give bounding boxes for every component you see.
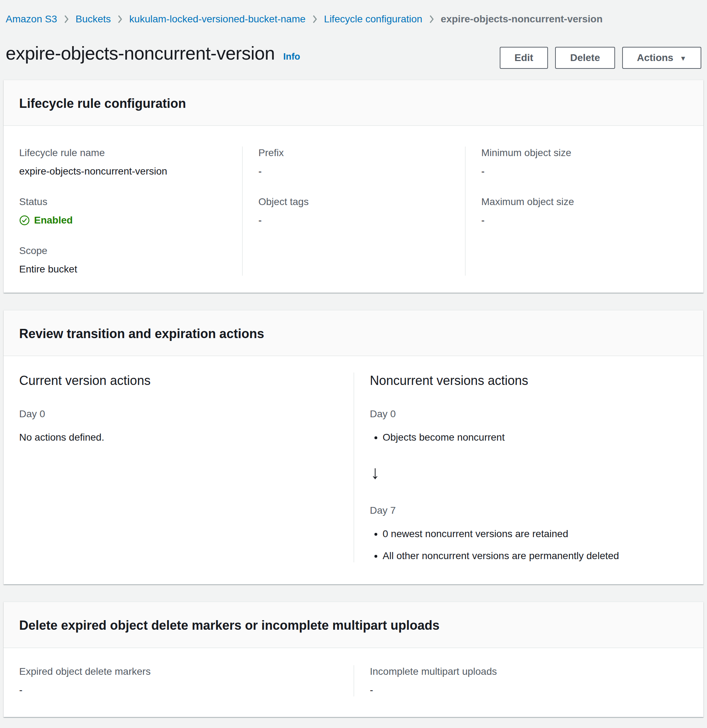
field-object-tags: Object tags -	[258, 195, 449, 227]
card-title: Lifecycle rule configuration	[19, 96, 688, 111]
lifecycle-rule-configuration-card: Lifecycle rule configuration Lifecycle r…	[4, 79, 703, 293]
day-0-actions-list: Objects become noncurrent	[370, 431, 672, 444]
card-title: Review transition and expiration actions	[19, 326, 688, 341]
breadcrumb: Amazon S3 Buckets kukulam-locked-version…	[6, 13, 701, 26]
column-rule-identity: Lifecycle rule name expire-objects-noncu…	[19, 146, 242, 276]
day-7-label: Day 7	[370, 504, 672, 517]
field-label: Expired object delete markers	[19, 665, 338, 678]
list-item: All other noncurrent versions are perman…	[383, 550, 672, 562]
breadcrumb-buckets[interactable]: Buckets	[75, 13, 111, 26]
status-badge: Enabled	[19, 214, 226, 227]
field-label: Prefix	[258, 146, 449, 159]
noncurrent-versions-actions-panel: Noncurrent versions actions Day 0 Object…	[354, 373, 688, 562]
card-body: Current version actions Day 0 No actions…	[4, 356, 703, 584]
expired-delete-markers-panel: Expired object delete markers -	[19, 665, 354, 696]
list-item: Objects become noncurrent	[383, 431, 672, 444]
incomplete-multipart-uploads-panel: Incomplete multipart uploads -	[354, 665, 688, 696]
actions-dropdown-button[interactable]: Actions ▼	[622, 47, 702, 69]
field-label: Lifecycle rule name	[19, 146, 226, 159]
check-circle-icon	[19, 215, 30, 225]
header-actions: Edit Delete Actions ▼	[500, 43, 701, 69]
card-header: Lifecycle rule configuration	[4, 80, 703, 126]
day-7-actions-list: 0 newest noncurrent versions are retaine…	[370, 527, 672, 562]
breadcrumb-current-rule: expire-objects-noncurrent-version	[441, 13, 603, 26]
edit-button[interactable]: Edit	[500, 47, 548, 69]
review-actions-card: Review transition and expiration actions…	[4, 310, 703, 584]
edit-button-label: Edit	[515, 53, 534, 63]
caret-down-icon: ▼	[680, 55, 687, 62]
field-value: Entire bucket	[19, 263, 226, 276]
field-incomplete-multipart-uploads: Incomplete multipart uploads -	[370, 665, 672, 696]
field-rule-name: Lifecycle rule name expire-objects-noncu…	[19, 146, 226, 178]
field-value: -	[370, 684, 672, 696]
title-wrap: expire-objects-noncurrent-version Info	[6, 43, 300, 64]
current-version-actions-panel: Current version actions Day 0 No actions…	[19, 373, 354, 562]
field-prefix: Prefix -	[258, 146, 449, 178]
noncurrent-versions-actions-heading: Noncurrent versions actions	[370, 373, 672, 389]
chevron-right-icon	[312, 14, 318, 24]
column-rule-sizes: Minimum object size - Maximum object siz…	[465, 146, 688, 276]
field-value: -	[19, 684, 338, 696]
card-title: Delete expired object delete markers or …	[19, 618, 688, 633]
field-value: -	[258, 165, 449, 178]
field-label: Incomplete multipart uploads	[370, 665, 672, 678]
field-status: Status Enabled	[19, 195, 226, 227]
chevron-right-icon	[64, 14, 69, 24]
page: Amazon S3 Buckets kukulam-locked-version…	[0, 0, 707, 722]
info-link[interactable]: Info	[283, 51, 300, 62]
field-expired-delete-markers: Expired object delete markers -	[19, 665, 338, 696]
field-label: Minimum object size	[481, 146, 672, 159]
card-body: Lifecycle rule name expire-objects-noncu…	[4, 126, 703, 293]
page-title: expire-objects-noncurrent-version	[6, 43, 275, 64]
card-body: Expired object delete markers - Incomple…	[4, 648, 703, 717]
chevron-right-icon	[117, 14, 123, 24]
field-label: Object tags	[258, 195, 449, 208]
page-header: expire-objects-noncurrent-version Info E…	[6, 43, 701, 69]
arrow-down-icon: ↓	[370, 463, 672, 481]
no-actions-text: No actions defined.	[19, 431, 338, 444]
breadcrumb-amazon-s3[interactable]: Amazon S3	[6, 13, 57, 26]
actions-button-label: Actions	[637, 53, 674, 63]
field-label: Status	[19, 195, 226, 208]
field-label: Scope	[19, 244, 226, 257]
breadcrumb-lifecycle-configuration[interactable]: Lifecycle configuration	[324, 13, 422, 26]
chevron-right-icon	[429, 14, 434, 24]
card-header: Review transition and expiration actions	[4, 311, 703, 356]
delete-button[interactable]: Delete	[555, 47, 615, 69]
delete-markers-card: Delete expired object delete markers or …	[4, 601, 703, 716]
field-scope: Scope Entire bucket	[19, 244, 226, 276]
current-version-actions-heading: Current version actions	[19, 373, 338, 389]
card-header: Delete expired object delete markers or …	[4, 602, 703, 648]
day-0-label: Day 0	[370, 407, 672, 420]
day-0-label: Day 0	[19, 407, 338, 420]
field-label: Maximum object size	[481, 195, 672, 208]
field-value: -	[481, 214, 672, 227]
breadcrumb-bucket-name[interactable]: kukulam-locked-versioned-bucket-name	[129, 13, 305, 26]
list-item: 0 newest noncurrent versions are retaine…	[383, 527, 672, 540]
field-value: expire-objects-noncurrent-version	[19, 165, 226, 178]
delete-button-label: Delete	[570, 53, 600, 63]
column-rule-filters: Prefix - Object tags -	[242, 146, 465, 276]
field-max-object-size: Maximum object size -	[481, 195, 672, 227]
field-value: -	[481, 165, 672, 178]
field-min-object-size: Minimum object size -	[481, 146, 672, 178]
field-value: -	[258, 214, 449, 227]
status-text: Enabled	[34, 214, 73, 227]
